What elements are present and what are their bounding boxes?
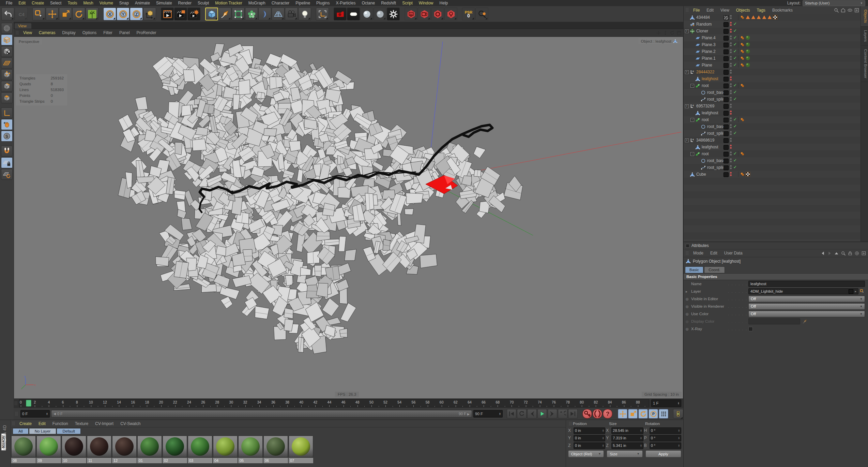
panel-grip-icon[interactable] bbox=[686, 8, 689, 12]
enabled-check-icon[interactable]: ✓ bbox=[733, 83, 737, 88]
previous-frame-button[interactable] bbox=[527, 409, 537, 419]
add-light-button[interactable] bbox=[298, 8, 311, 20]
tree-row-root_base[interactable]: root_base ✓ bbox=[684, 123, 861, 130]
visibility-dots[interactable] bbox=[730, 104, 732, 108]
polygons-mode-button[interactable] bbox=[1, 92, 13, 103]
visibility-dots[interactable] bbox=[730, 56, 732, 60]
layer-swatch[interactable] bbox=[724, 131, 729, 136]
layer-swatch[interactable] bbox=[724, 165, 729, 170]
add-mograph-button[interactable] bbox=[245, 8, 258, 20]
panel-grip-icon[interactable] bbox=[569, 422, 572, 426]
add-spline-pen-button[interactable] bbox=[218, 8, 231, 20]
material-menu-texture[interactable]: Texture bbox=[72, 421, 92, 426]
name-input[interactable]: leafghost bbox=[748, 281, 865, 287]
rotation-h-field[interactable]: 0 °▲▼ bbox=[650, 427, 681, 434]
loop-playback-button[interactable] bbox=[558, 409, 567, 419]
checker-tag-icon[interactable] bbox=[773, 15, 778, 20]
material-menu-cv-import[interactable]: CV-Import bbox=[92, 421, 117, 426]
tree-row-root_base[interactable]: root_base ✓ bbox=[684, 89, 861, 96]
visibility-dots[interactable] bbox=[730, 63, 732, 67]
menu-script[interactable]: Script bbox=[399, 1, 416, 5]
position-z-field[interactable]: 0 in▲▼ bbox=[574, 442, 605, 449]
material-menu-create[interactable]: Create bbox=[16, 421, 35, 426]
render-view-button[interactable] bbox=[161, 8, 174, 20]
material-item[interactable]: 08 bbox=[11, 436, 36, 463]
enabled-check-icon[interactable]: ✓ bbox=[733, 35, 737, 40]
size-z-field[interactable]: 5.341 in▲▼ bbox=[611, 442, 643, 449]
visibility-dots[interactable] bbox=[730, 42, 732, 46]
material-item[interactable]: 10 bbox=[62, 436, 86, 463]
octane-light-button[interactable] bbox=[347, 8, 360, 20]
object-manager-home-icon[interactable] bbox=[840, 8, 846, 13]
object-name[interactable]: root bbox=[702, 83, 709, 88]
record-pla-button[interactable] bbox=[659, 409, 668, 419]
tree-row-434484[interactable]: 434484 bbox=[684, 14, 861, 21]
object-name[interactable]: Cube bbox=[696, 172, 706, 177]
tweak-mode-button[interactable] bbox=[1, 119, 13, 130]
object-name[interactable]: Plane.2 bbox=[702, 49, 716, 54]
visibility-dots[interactable] bbox=[730, 145, 732, 149]
enabled-check-icon[interactable]: ✓ bbox=[733, 151, 737, 156]
panel-tab-content-browser[interactable]: Content Browser bbox=[861, 46, 868, 82]
tree-row-plane.1[interactable]: Plane.1 ✓ bbox=[684, 55, 861, 62]
dots-tag-icon[interactable] bbox=[740, 42, 745, 47]
expander-icon[interactable]: + bbox=[685, 138, 689, 142]
visibility-dots[interactable] bbox=[730, 131, 732, 135]
object-name[interactable]: 28444322 bbox=[696, 70, 714, 74]
layer-field[interactable]: 4DM_Lightkit_hide▸ bbox=[748, 288, 858, 294]
tree-row-plane[interactable]: Plane ✓ bbox=[684, 62, 861, 69]
attributes-back-icon[interactable] bbox=[820, 251, 825, 256]
visibility-dots[interactable] bbox=[730, 151, 732, 156]
material-item[interactable]: 03 bbox=[188, 436, 212, 463]
visibility-dots[interactable] bbox=[730, 29, 732, 33]
panel-grip-icon[interactable] bbox=[12, 421, 15, 426]
visibility-dots[interactable] bbox=[730, 35, 732, 40]
play-backwards-button[interactable] bbox=[517, 409, 527, 419]
visibility-dots[interactable] bbox=[730, 172, 732, 176]
keyframe-help-button[interactable]: ? bbox=[603, 409, 612, 419]
enabled-check-icon[interactable]: ✓ bbox=[733, 49, 737, 54]
redshift-camera-button[interactable] bbox=[418, 8, 431, 20]
visibility-dots[interactable] bbox=[730, 165, 732, 169]
visible-in-renderer-dropdown[interactable]: Off▼ bbox=[748, 303, 865, 310]
add-cube-button[interactable] bbox=[205, 8, 218, 20]
x-ray-checkbox[interactable] bbox=[748, 327, 753, 331]
layer-swatch[interactable] bbox=[724, 104, 729, 109]
object-name[interactable]: root bbox=[702, 151, 709, 156]
object-name[interactable]: Plane.1 bbox=[702, 56, 716, 61]
enabled-check-icon[interactable]: ✓ bbox=[733, 158, 737, 163]
menu-x-particles[interactable]: X-Particles bbox=[333, 1, 359, 5]
enabled-check-icon[interactable]: ✓ bbox=[733, 42, 737, 47]
expander-icon[interactable]: − bbox=[690, 118, 694, 122]
object-name[interactable]: root bbox=[702, 117, 709, 122]
viewport-menu-view[interactable]: View bbox=[20, 30, 35, 35]
attribute-tab-basic[interactable]: Basic bbox=[685, 266, 703, 273]
lock-x-button[interactable]: X bbox=[103, 8, 116, 20]
tree-row-root[interactable]: − root ✓ bbox=[684, 150, 861, 157]
live-selection-button[interactable] bbox=[32, 8, 45, 20]
rotate-workplane-button[interactable] bbox=[1, 169, 13, 180]
add-deformer-button[interactable] bbox=[258, 8, 271, 20]
enabled-check-icon[interactable]: ✓ bbox=[733, 56, 737, 60]
redo-button[interactable]: C4 bbox=[15, 8, 28, 20]
material-layer-tab-no-layer[interactable]: No Layer bbox=[29, 428, 57, 434]
menu-simulate[interactable]: Simulate bbox=[153, 1, 175, 5]
viewport-menu-filter[interactable]: Filter bbox=[100, 30, 116, 35]
tree-row-cube[interactable]: Cube bbox=[684, 171, 861, 178]
add-subdivision-surface-button[interactable] bbox=[232, 8, 245, 20]
tree-row-root_spline[interactable]: root_spline ✓ bbox=[684, 130, 861, 137]
visibility-dots[interactable] bbox=[730, 90, 732, 94]
tree-row-leafghost[interactable]: leafghost bbox=[684, 75, 861, 82]
layer-swatch[interactable] bbox=[724, 152, 729, 157]
lock-z-button[interactable]: Z bbox=[130, 8, 143, 20]
material-item[interactable]: 09 bbox=[36, 436, 61, 463]
dots-tag-icon[interactable] bbox=[740, 35, 745, 40]
menu-sculpt[interactable]: Sculpt bbox=[195, 1, 212, 5]
redshift-object-button[interactable] bbox=[431, 8, 444, 20]
visibility-dots[interactable] bbox=[730, 22, 732, 26]
magnify-button[interactable] bbox=[475, 8, 488, 20]
material-item[interactable]: 06 bbox=[263, 436, 288, 463]
octane-settings-button[interactable] bbox=[387, 8, 400, 20]
tree-row-plane.3[interactable]: Plane.3 ✓ bbox=[684, 41, 861, 48]
layer-swatch[interactable] bbox=[724, 111, 729, 116]
